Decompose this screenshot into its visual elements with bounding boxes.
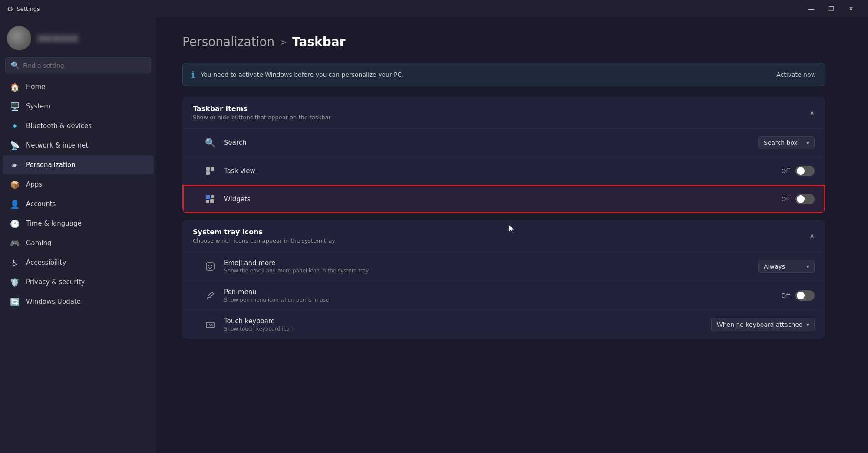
home-icon: 🏠 xyxy=(10,82,20,92)
avatar-image xyxy=(7,26,31,50)
taskbar-items-section: Taskbar items Show or hide buttons that … xyxy=(182,97,825,213)
settings-icon: ⚙ xyxy=(7,5,13,13)
search-dropdown-value: Search box xyxy=(764,139,798,146)
update-icon: 🔄 xyxy=(10,296,20,307)
sidebar-item-network[interactable]: 📡 Network & internet xyxy=(3,136,154,155)
search-setting-label: Search xyxy=(224,139,751,147)
chevron-down-icon: ▾ xyxy=(806,322,809,328)
search-icon: 🔍 xyxy=(11,61,20,69)
sidebar-item-label: Network & internet xyxy=(26,141,88,149)
svg-point-8 xyxy=(208,265,210,266)
svg-rect-3 xyxy=(206,195,210,199)
emoji-icon xyxy=(203,259,217,273)
breadcrumb-separator: > xyxy=(280,37,287,47)
activate-now-link[interactable]: Activate now xyxy=(776,71,816,78)
sidebar-item-label: Accessibility xyxy=(26,259,66,266)
chevron-down-icon: ▾ xyxy=(806,263,809,269)
titlebar-title: Settings xyxy=(17,6,40,12)
widgets-label: Widgets xyxy=(224,195,774,203)
accessibility-icon: ♿ xyxy=(10,257,20,268)
task-view-icon xyxy=(203,164,217,178)
search-input[interactable] xyxy=(23,62,145,69)
pen-menu-setting-row: Pen menu Show pen menu icon when pen is … xyxy=(182,281,825,310)
search-dropdown[interactable]: Search box ▾ xyxy=(758,136,815,149)
time-icon: 🕐 xyxy=(10,218,20,229)
emoji-dropdown-value: Always xyxy=(764,263,785,270)
sidebar-item-label: Windows Update xyxy=(26,298,81,305)
svg-rect-5 xyxy=(206,200,209,203)
activation-banner: ℹ️ You need to activate Windows before y… xyxy=(182,63,825,86)
system-icon: 🖥️ xyxy=(10,101,20,112)
sidebar-item-label: Gaming xyxy=(26,239,52,247)
svg-rect-6 xyxy=(210,199,214,203)
chevron-up-icon: ∧ xyxy=(809,232,815,240)
close-button[interactable]: ✕ xyxy=(841,0,861,17)
app-body: User Account 🔍 🏠 Home 🖥️ System ✦ Blueto… xyxy=(0,17,868,453)
system-tray-title-group: System tray icons Choose which icons can… xyxy=(193,228,335,244)
sidebar-item-gaming[interactable]: 🎮 Gaming xyxy=(3,233,154,253)
minimize-button[interactable]: — xyxy=(801,0,821,17)
bluetooth-icon: ✦ xyxy=(10,121,20,131)
widgets-icon xyxy=(203,192,217,206)
sidebar-item-bluetooth[interactable]: ✦ Bluetooth & devices xyxy=(3,116,154,135)
pen-menu-off-label: Off xyxy=(781,292,790,299)
taskbar-items-title-group: Taskbar items Show or hide buttons that … xyxy=(193,105,331,121)
system-tray-header[interactable]: System tray icons Choose which icons can… xyxy=(182,220,825,252)
titlebar: ⚙ Settings — ❐ ✕ xyxy=(0,0,868,17)
sidebar-profile: User Account xyxy=(0,17,156,57)
widgets-off-label: Off xyxy=(781,196,790,203)
widgets-toggle[interactable] xyxy=(795,194,815,204)
pen-menu-control: Off xyxy=(781,290,815,301)
sidebar-item-label: Home xyxy=(26,83,45,91)
chevron-down-icon: ▾ xyxy=(806,140,809,146)
task-view-label: Task view xyxy=(224,167,774,175)
toggle-knob xyxy=(797,195,805,203)
emoji-label-group: Emoji and more Show the emoji and more p… xyxy=(224,259,751,274)
network-icon: 📡 xyxy=(10,140,20,151)
touch-keyboard-label: Touch keyboard xyxy=(224,317,704,325)
sidebar-item-privacy[interactable]: 🛡️ Privacy & security xyxy=(3,272,154,292)
svg-point-9 xyxy=(211,265,212,266)
restore-button[interactable]: ❐ xyxy=(821,0,841,17)
task-view-toggle[interactable] xyxy=(795,166,815,176)
touch-keyboard-control: When no keyboard attached ▾ xyxy=(711,318,815,331)
personalization-icon: ✏️ xyxy=(10,160,20,170)
sidebar-item-windows-update[interactable]: 🔄 Windows Update xyxy=(3,292,154,311)
sidebar-item-accounts[interactable]: 👤 Accounts xyxy=(3,194,154,213)
pen-menu-label-group: Pen menu Show pen menu icon when pen is … xyxy=(224,288,774,303)
window-controls: — ❐ ✕ xyxy=(801,0,861,17)
sidebar-nav: 🏠 Home 🖥️ System ✦ Bluetooth & devices 📡… xyxy=(0,77,156,312)
taskbar-items-title: Taskbar items xyxy=(193,105,331,113)
sidebar-item-time[interactable]: 🕐 Time & language xyxy=(3,214,154,233)
sidebar-item-system[interactable]: 🖥️ System xyxy=(3,97,154,116)
touch-keyboard-label-group: Touch keyboard Show touch keyboard icon xyxy=(224,317,704,332)
touch-keyboard-dropdown[interactable]: When no keyboard attached ▾ xyxy=(711,318,815,331)
pen-menu-icon xyxy=(203,289,217,302)
chevron-up-icon: ∧ xyxy=(809,108,815,117)
sidebar-item-label: Personalization xyxy=(26,161,76,169)
sidebar-item-apps[interactable]: 📦 Apps xyxy=(3,175,154,194)
search-setting-row: 🔍 Search Search box ▾ xyxy=(182,128,825,157)
touch-keyboard-setting-row: Touch keyboard Show touch keyboard icon … xyxy=(182,310,825,339)
sidebar-item-label: Privacy & security xyxy=(26,278,85,286)
emoji-setting-row: Emoji and more Show the emoji and more p… xyxy=(182,252,825,281)
system-tray-subtitle: Choose which icons can appear in the sys… xyxy=(193,237,335,244)
sidebar-item-label: Time & language xyxy=(26,220,82,227)
profile-name: User Account xyxy=(36,34,79,43)
sidebar-item-accessibility[interactable]: ♿ Accessibility xyxy=(3,253,154,272)
pen-menu-toggle[interactable] xyxy=(795,290,815,301)
avatar xyxy=(7,26,31,50)
gaming-icon: 🎮 xyxy=(10,238,20,248)
search-box[interactable]: 🔍 xyxy=(5,57,151,73)
info-icon: ℹ️ xyxy=(191,69,195,80)
touch-keyboard-dropdown-value: When no keyboard attached xyxy=(717,321,803,328)
taskbar-items-header[interactable]: Taskbar items Show or hide buttons that … xyxy=(182,97,825,128)
emoji-dropdown[interactable]: Always ▾ xyxy=(758,260,815,273)
breadcrumb-parent[interactable]: Personalization xyxy=(182,35,274,49)
sidebar-item-personalization[interactable]: ✏️ Personalization xyxy=(3,155,154,174)
widgets-control: Off xyxy=(781,194,815,204)
sidebar-item-home[interactable]: 🏠 Home xyxy=(3,77,154,96)
sidebar: User Account 🔍 🏠 Home 🖥️ System ✦ Blueto… xyxy=(0,17,156,453)
search-control: Search box ▾ xyxy=(758,136,815,149)
emoji-control: Always ▾ xyxy=(758,260,815,273)
